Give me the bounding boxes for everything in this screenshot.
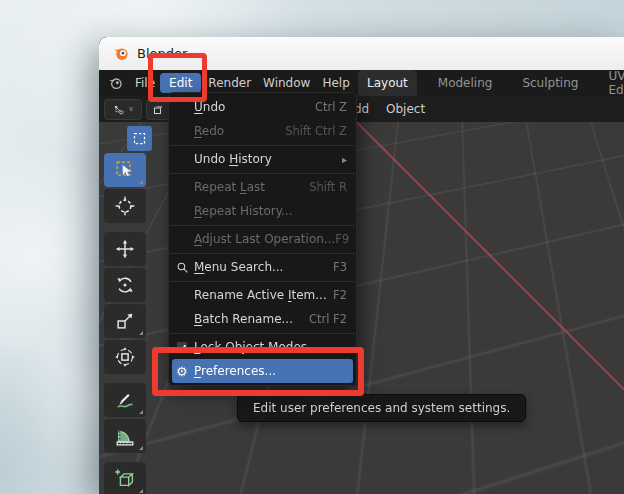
submenu-arrow-icon: ▸ [342,154,347,165]
menu-separator [170,281,355,282]
menu-item-menu-search[interactable]: Menu Search... F3 [169,255,356,279]
blender-menu-logo-icon[interactable] [107,75,123,91]
editor-type-icon [112,103,126,117]
tool-rotate[interactable] [104,268,146,302]
tool-tweak-select-box[interactable] [104,153,146,187]
menu-separator [170,333,355,334]
tooltip-text: Edit user preferences and system setting… [253,401,510,415]
menu-item-undo[interactable]: Undo Ctrl Z [169,95,356,119]
menu-item-redo[interactable]: Redo Shift Ctrl Z [169,119,356,143]
workspace-tabs: Layout Modeling Sculpting UV Editing [358,70,624,96]
toolbar [104,153,146,494]
scale-icon [114,310,136,332]
editor-type-button[interactable]: ∨ [104,99,142,120]
select-box-cursor-icon [114,159,136,181]
rotate-icon [114,274,136,296]
blender-logo-icon [112,45,129,62]
shortcut-label: F3 [333,260,347,274]
menubar-item-window[interactable]: Window [263,73,310,93]
viewport-menu-object[interactable]: Object [386,96,425,122]
menu-item-rename-active-item[interactable]: Rename Active Item... F2 [169,283,356,307]
tool-transform[interactable] [104,340,146,374]
checkbox-checked-icon[interactable] [176,341,188,353]
shortcut-label: Shift Ctrl Z [285,124,347,138]
search-icon [176,261,189,274]
move-icon [114,238,136,260]
menubar-item-file[interactable]: File [135,73,155,93]
menu-item-preferences[interactable]: ⚙ Preferences... [172,359,353,383]
window-title: Blender [137,46,187,61]
menubar-item-edit[interactable]: Edit [160,73,201,93]
edit-dropdown-menu: Undo Ctrl Z Redo Shift Ctrl Z Undo Histo… [168,92,357,386]
measure-icon [114,425,136,447]
add-cube-icon [114,468,136,490]
tab-sculpting[interactable]: Sculpting [513,70,587,96]
tool-add-cube[interactable] [104,462,146,494]
select-box-icon [132,131,147,146]
gear-icon: ⚙ [176,365,188,378]
shortcut-label: Ctrl F2 [309,312,347,326]
menu-separator [170,225,355,226]
menu-item-adjust-last-operation[interactable]: Adjust Last Operation... F9 [169,227,356,251]
window-titlebar[interactable]: Blender [99,37,624,70]
tooltip: Edit user preferences and system setting… [237,394,526,422]
menu-item-undo-history[interactable]: Undo History ▸ [169,147,356,171]
active-tool-select-box-button[interactable] [127,126,152,151]
annotate-pencil-icon [114,389,136,411]
tool-cursor[interactable] [104,189,146,223]
desktop: Blender File Edit Render Window Help Lay… [0,0,624,494]
menu-item-batch-rename[interactable]: Batch Rename... Ctrl F2 [169,307,356,331]
tool-measure[interactable] [104,419,146,453]
mode-icon [152,104,164,116]
tool-move[interactable] [104,232,146,266]
menu-separator [170,253,355,254]
chevron-down-icon: ∨ [128,106,133,113]
menubar-item-help[interactable]: Help [322,73,349,93]
menubar-item-render[interactable]: Render [208,73,251,93]
shortcut-label: F9 [335,232,349,246]
shortcut-label: Shift R [309,180,347,194]
shortcut-label: F2 [333,288,347,302]
tool-scale[interactable] [104,304,146,338]
menu-item-repeat-last[interactable]: Repeat Last Shift R [169,175,356,199]
shortcut-label: Ctrl Z [315,100,347,114]
transform-icon [114,346,136,368]
menu-separator [170,145,355,146]
cursor-3d-icon [114,195,136,217]
tab-modeling[interactable]: Modeling [429,70,502,96]
tab-uv-editing[interactable]: UV Editing [599,70,624,96]
tab-layout[interactable]: Layout [358,70,417,96]
menu-item-lock-object-modes[interactable]: Lock Object Modes [169,335,356,359]
header-mode-button[interactable] [146,99,170,120]
menu-item-repeat-history[interactable]: Repeat History... [169,199,356,223]
tool-annotate[interactable] [104,383,146,417]
menu-separator [170,173,355,174]
